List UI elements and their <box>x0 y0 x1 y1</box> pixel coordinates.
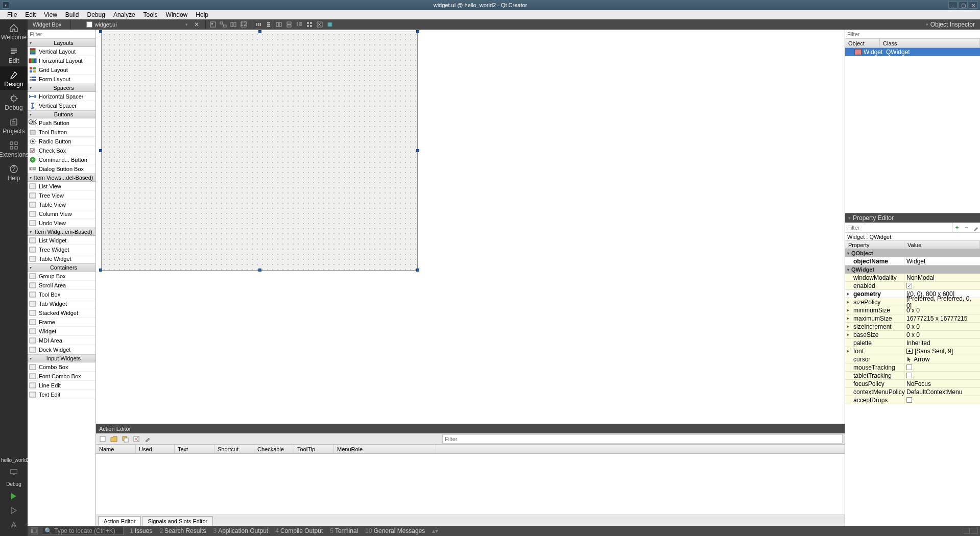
menu-view[interactable]: View <box>40 11 61 18</box>
widget-item[interactable]: MDI Area <box>28 336 95 345</box>
property-value[interactable]: 0 x 0 <box>904 331 980 338</box>
property-row[interactable]: minimumSize0 x 0 <box>845 306 980 314</box>
widget-item[interactable]: Vertical Layout <box>28 47 95 56</box>
widget-item[interactable]: Tool Box <box>28 290 95 299</box>
property-row[interactable]: sizeIncrement0 x 0 <box>845 323 980 331</box>
property-row[interactable]: contextMenuPolicyDefaultContextMenu <box>845 388 980 396</box>
property-value[interactable]: A[Sans Serif, 9] <box>904 347 980 355</box>
widget-item[interactable]: Line Edit <box>28 381 95 390</box>
checkbox-icon[interactable]: ✓ <box>906 283 912 288</box>
checkbox-icon[interactable] <box>906 397 912 403</box>
widget-item[interactable]: Font Combo Box <box>28 372 95 381</box>
property-value[interactable]: ✓ <box>904 282 980 289</box>
new-action-button[interactable] <box>98 434 107 444</box>
edit-widgets-button[interactable] <box>208 20 218 29</box>
property-row[interactable]: baseSize0 x 0 <box>845 331 980 339</box>
widget-category[interactable]: ▾Containers <box>28 263 95 272</box>
mode-projects[interactable]: Projects <box>0 113 28 137</box>
property-row[interactable]: objectNameWidget <box>845 257 980 265</box>
widget-item[interactable]: Tree Widget <box>28 245 95 254</box>
form-widget[interactable] <box>101 32 418 271</box>
output-pane-general-messages[interactable]: 10General Messages <box>365 527 425 534</box>
break-layout-button[interactable] <box>315 20 324 29</box>
widget-item[interactable]: Horizontal Layout <box>28 56 95 65</box>
monitor-icon[interactable] <box>8 467 19 477</box>
widget-item[interactable]: Check Box <box>28 146 95 155</box>
property-row[interactable]: windowModalityNonModal <box>845 274 980 282</box>
widget-item[interactable]: Dialog Button Box <box>28 164 95 174</box>
minimize-button[interactable]: _ <box>948 2 958 9</box>
widget-item[interactable]: Form Layout <box>28 75 95 84</box>
ae-column-header[interactable]: Shortcut <box>214 445 254 453</box>
property-group[interactable]: ▾QWidget <box>845 265 980 274</box>
property-value[interactable] <box>904 396 980 404</box>
open-action-button[interactable] <box>109 434 118 444</box>
build-button[interactable] <box>0 518 28 532</box>
widget-item[interactable]: List View <box>28 182 95 191</box>
pe-col-property[interactable]: Property <box>845 241 904 249</box>
copy-action-button[interactable] <box>121 434 130 444</box>
property-row[interactable]: paletteInherited <box>845 339 980 347</box>
menu-tools[interactable]: Tools <box>139 11 162 18</box>
property-value[interactable]: DefaultContextMenu <box>904 388 980 396</box>
widget-category[interactable]: ▾Input Widgets <box>28 354 95 362</box>
widget-category[interactable]: ▾Item Widg...em-Based) <box>28 228 95 236</box>
oi-col-class[interactable]: Class <box>880 39 980 47</box>
menu-analyze[interactable]: Analyze <box>109 11 139 18</box>
mode-help[interactable]: ? Help <box>0 160 28 184</box>
widget-item[interactable]: List Widget <box>28 236 95 245</box>
toggle-sidebar-button[interactable] <box>30 527 38 534</box>
resize-handle[interactable] <box>416 269 419 272</box>
property-row[interactable]: tabletTracking <box>845 372 980 380</box>
property-row[interactable]: maximumSize16777215 x 16777215 <box>845 314 980 323</box>
action-editor-filter[interactable] <box>442 434 843 444</box>
widget-item[interactable]: Column View <box>28 209 95 218</box>
remove-property-button[interactable]: − <box>962 223 971 232</box>
run-debug-button[interactable] <box>0 503 28 518</box>
add-property-button[interactable]: + <box>952 223 962 232</box>
property-value[interactable]: 16777215 x 16777215 <box>904 314 980 322</box>
ae-column-header[interactable]: Used <box>136 445 175 453</box>
widget-category[interactable]: ▾Buttons <box>28 110 95 118</box>
property-editor-filter[interactable] <box>845 223 952 232</box>
open-file-name[interactable]: widget.ui <box>94 21 116 28</box>
build-config-label[interactable]: Debug <box>0 479 28 489</box>
panes-dropdown-icon[interactable]: ▴▾ <box>432 527 438 534</box>
resize-handle[interactable] <box>99 269 102 272</box>
output-pane-compile-output[interactable]: 4Compile Output <box>275 527 323 534</box>
resize-handle[interactable] <box>99 30 102 33</box>
resize-handle[interactable] <box>416 149 419 152</box>
mode-debug[interactable]: Debug <box>0 90 28 113</box>
property-row[interactable]: sizePolicy[Preferred, Preferred, 0, 0] <box>845 298 980 306</box>
ae-column-header[interactable]: Name <box>96 445 136 453</box>
widget-item[interactable]: Text Edit <box>28 390 95 399</box>
property-group[interactable]: ▾QObject <box>845 249 980 257</box>
widget-item[interactable]: Tab Widget <box>28 299 95 308</box>
object-row-widget[interactable]: Widget QWidget <box>845 48 980 56</box>
property-value[interactable]: Widget <box>904 257 980 265</box>
kit-selector[interactable]: hello_world2 <box>0 455 28 465</box>
property-value[interactable]: Arrow <box>904 355 980 363</box>
adjust-size-button[interactable] <box>325 20 334 29</box>
widget-category[interactable]: ▾Spacers <box>28 84 95 92</box>
widget-item[interactable]: Group Box <box>28 272 95 281</box>
property-row[interactable]: enabled✓ <box>845 282 980 290</box>
widget-item[interactable]: Stacked Widget <box>28 308 95 318</box>
toggle-output-button[interactable] <box>971 528 978 534</box>
action-editor-body[interactable] <box>96 454 845 515</box>
edit-taborder-button[interactable]: 12 <box>239 20 248 29</box>
run-button[interactable] <box>0 489 28 503</box>
output-pane-application-output[interactable]: 3Application Output <box>213 527 268 534</box>
property-value[interactable] <box>904 363 980 371</box>
property-row[interactable]: acceptDrops <box>845 396 980 404</box>
property-row[interactable]: cursorArrow <box>845 355 980 363</box>
mode-edit[interactable]: Edit <box>0 43 28 66</box>
menu-help[interactable]: Help <box>192 11 212 18</box>
widget-box-filter[interactable] <box>28 30 95 38</box>
resize-handle[interactable] <box>99 149 102 152</box>
form-canvas[interactable] <box>96 30 845 424</box>
widget-item[interactable]: Dock Widget <box>28 345 95 354</box>
ae-column-header[interactable]: Checkable <box>254 445 294 453</box>
menu-file[interactable]: File <box>3 11 21 18</box>
widget-category[interactable]: ▾Item Views...del-Based) <box>28 174 95 182</box>
